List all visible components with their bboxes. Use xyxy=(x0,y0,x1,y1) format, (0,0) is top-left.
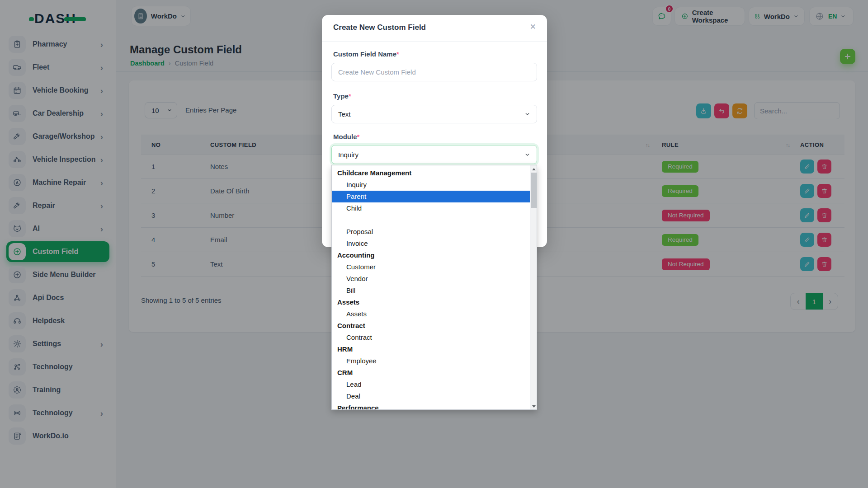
module-option-deal[interactable]: Deal xyxy=(332,390,531,402)
type-label: Type* xyxy=(333,92,351,100)
type-select[interactable]: Text xyxy=(331,105,537,123)
custom-field-name-input[interactable] xyxy=(331,63,537,81)
module-option-assets[interactable]: Assets xyxy=(332,308,531,320)
module-option-bill[interactable]: Bill xyxy=(332,285,531,296)
module-group-performance: Performance xyxy=(332,402,531,410)
module-option-contract[interactable]: Contract xyxy=(332,332,531,343)
module-option-employee[interactable]: Employee xyxy=(332,355,531,367)
module-option-parent[interactable]: Parent xyxy=(332,191,531,202)
chevron-down-icon xyxy=(524,111,530,117)
module-group-accounting: Accounting xyxy=(332,249,531,261)
module-option-child[interactable]: Child xyxy=(332,202,531,214)
required-mark: * xyxy=(357,133,360,141)
module-group-hrm: HRM xyxy=(332,343,531,355)
custom-field-name-label: Custom Field Name* xyxy=(333,50,399,58)
module-select[interactable]: Inquiry xyxy=(331,145,537,164)
module-option-inquiry[interactable]: Inquiry xyxy=(332,179,531,191)
module-option-lead[interactable]: Lead xyxy=(332,379,531,390)
module-label: Module* xyxy=(333,133,359,141)
dropdown-scrollbar xyxy=(530,165,537,410)
module-select-value: Inquiry xyxy=(338,151,359,159)
module-option-proposal[interactable]: Proposal xyxy=(332,226,531,238)
app-window: DASH Pharmacy›Fleet›Vehicle Booking›Car … xyxy=(0,0,868,488)
module-dropdown-list: Childcare ManagementInquiryParentChildPr… xyxy=(332,165,531,410)
scrollbar-down-button[interactable] xyxy=(530,403,537,410)
scrollbar-up-button[interactable] xyxy=(530,166,537,173)
required-mark: * xyxy=(349,92,351,100)
type-select-value: Text xyxy=(338,110,351,118)
chevron-down-icon xyxy=(524,152,530,158)
triangle-up-icon xyxy=(532,168,536,170)
modal-title: Create New Custom Field xyxy=(333,23,426,32)
module-group-contract: Contract xyxy=(332,320,531,332)
module-option-customer[interactable]: Customer xyxy=(332,261,531,273)
close-icon[interactable]: ✕ xyxy=(528,21,538,33)
module-dropdown: Childcare ManagementInquiryParentChildPr… xyxy=(331,165,537,410)
triangle-down-icon xyxy=(532,405,536,408)
module-group-blank xyxy=(332,214,531,226)
module-group-assets: Assets xyxy=(332,296,531,308)
module-option-invoice[interactable]: Invoice xyxy=(332,238,531,249)
module-option-vendor[interactable]: Vendor xyxy=(332,273,531,285)
modal-divider xyxy=(322,41,547,42)
scrollbar-thumb[interactable] xyxy=(531,173,537,208)
module-group-crm: CRM xyxy=(332,367,531,379)
required-mark: * xyxy=(396,50,399,58)
module-group-childcare-management: Childcare Management xyxy=(332,167,531,179)
